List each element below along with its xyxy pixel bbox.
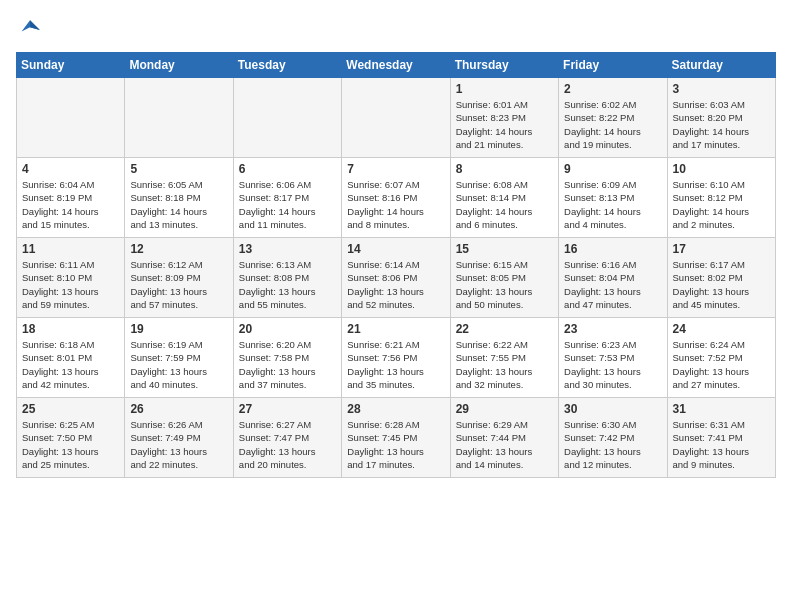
- calendar-cell: 20Sunrise: 6:20 AM Sunset: 7:58 PM Dayli…: [233, 318, 341, 398]
- day-info: Sunrise: 6:18 AM Sunset: 8:01 PM Dayligh…: [22, 338, 119, 391]
- day-number: 11: [22, 242, 119, 256]
- logo: [16, 16, 48, 44]
- day-info: Sunrise: 6:02 AM Sunset: 8:22 PM Dayligh…: [564, 98, 661, 151]
- calendar-cell: 27Sunrise: 6:27 AM Sunset: 7:47 PM Dayli…: [233, 398, 341, 478]
- day-info: Sunrise: 6:01 AM Sunset: 8:23 PM Dayligh…: [456, 98, 553, 151]
- calendar-cell: 18Sunrise: 6:18 AM Sunset: 8:01 PM Dayli…: [17, 318, 125, 398]
- calendar-week-row: 25Sunrise: 6:25 AM Sunset: 7:50 PM Dayli…: [17, 398, 776, 478]
- day-number: 9: [564, 162, 661, 176]
- calendar-cell: 30Sunrise: 6:30 AM Sunset: 7:42 PM Dayli…: [559, 398, 667, 478]
- calendar-cell: 3Sunrise: 6:03 AM Sunset: 8:20 PM Daylig…: [667, 78, 775, 158]
- calendar-cell: [125, 78, 233, 158]
- calendar-cell: 26Sunrise: 6:26 AM Sunset: 7:49 PM Dayli…: [125, 398, 233, 478]
- day-number: 27: [239, 402, 336, 416]
- day-info: Sunrise: 6:26 AM Sunset: 7:49 PM Dayligh…: [130, 418, 227, 471]
- calendar-cell: 28Sunrise: 6:28 AM Sunset: 7:45 PM Dayli…: [342, 398, 450, 478]
- day-number: 25: [22, 402, 119, 416]
- day-header-monday: Monday: [125, 53, 233, 78]
- day-number: 19: [130, 322, 227, 336]
- day-number: 18: [22, 322, 119, 336]
- day-info: Sunrise: 6:28 AM Sunset: 7:45 PM Dayligh…: [347, 418, 444, 471]
- day-info: Sunrise: 6:29 AM Sunset: 7:44 PM Dayligh…: [456, 418, 553, 471]
- calendar-cell: 8Sunrise: 6:08 AM Sunset: 8:14 PM Daylig…: [450, 158, 558, 238]
- day-info: Sunrise: 6:13 AM Sunset: 8:08 PM Dayligh…: [239, 258, 336, 311]
- calendar-cell: 4Sunrise: 6:04 AM Sunset: 8:19 PM Daylig…: [17, 158, 125, 238]
- svg-marker-1: [30, 20, 40, 30]
- calendar-cell: [342, 78, 450, 158]
- calendar-cell: 12Sunrise: 6:12 AM Sunset: 8:09 PM Dayli…: [125, 238, 233, 318]
- day-number: 5: [130, 162, 227, 176]
- day-info: Sunrise: 6:23 AM Sunset: 7:53 PM Dayligh…: [564, 338, 661, 391]
- day-info: Sunrise: 6:12 AM Sunset: 8:09 PM Dayligh…: [130, 258, 227, 311]
- day-number: 31: [673, 402, 770, 416]
- calendar-cell: 24Sunrise: 6:24 AM Sunset: 7:52 PM Dayli…: [667, 318, 775, 398]
- day-info: Sunrise: 6:19 AM Sunset: 7:59 PM Dayligh…: [130, 338, 227, 391]
- calendar-cell: 11Sunrise: 6:11 AM Sunset: 8:10 PM Dayli…: [17, 238, 125, 318]
- day-info: Sunrise: 6:04 AM Sunset: 8:19 PM Dayligh…: [22, 178, 119, 231]
- day-info: Sunrise: 6:14 AM Sunset: 8:06 PM Dayligh…: [347, 258, 444, 311]
- day-number: 3: [673, 82, 770, 96]
- day-info: Sunrise: 6:21 AM Sunset: 7:56 PM Dayligh…: [347, 338, 444, 391]
- day-info: Sunrise: 6:16 AM Sunset: 8:04 PM Dayligh…: [564, 258, 661, 311]
- day-number: 29: [456, 402, 553, 416]
- calendar-cell: 29Sunrise: 6:29 AM Sunset: 7:44 PM Dayli…: [450, 398, 558, 478]
- calendar-cell: 25Sunrise: 6:25 AM Sunset: 7:50 PM Dayli…: [17, 398, 125, 478]
- calendar-header-row: SundayMondayTuesdayWednesdayThursdayFrid…: [17, 53, 776, 78]
- calendar-cell: 16Sunrise: 6:16 AM Sunset: 8:04 PM Dayli…: [559, 238, 667, 318]
- day-info: Sunrise: 6:20 AM Sunset: 7:58 PM Dayligh…: [239, 338, 336, 391]
- calendar-cell: 15Sunrise: 6:15 AM Sunset: 8:05 PM Dayli…: [450, 238, 558, 318]
- day-info: Sunrise: 6:22 AM Sunset: 7:55 PM Dayligh…: [456, 338, 553, 391]
- calendar-cell: 2Sunrise: 6:02 AM Sunset: 8:22 PM Daylig…: [559, 78, 667, 158]
- day-header-thursday: Thursday: [450, 53, 558, 78]
- day-number: 17: [673, 242, 770, 256]
- calendar-cell: 23Sunrise: 6:23 AM Sunset: 7:53 PM Dayli…: [559, 318, 667, 398]
- calendar-cell: 10Sunrise: 6:10 AM Sunset: 8:12 PM Dayli…: [667, 158, 775, 238]
- day-header-friday: Friday: [559, 53, 667, 78]
- day-header-wednesday: Wednesday: [342, 53, 450, 78]
- calendar-cell: 14Sunrise: 6:14 AM Sunset: 8:06 PM Dayli…: [342, 238, 450, 318]
- day-number: 30: [564, 402, 661, 416]
- calendar-cell: 13Sunrise: 6:13 AM Sunset: 8:08 PM Dayli…: [233, 238, 341, 318]
- calendar-cell: 5Sunrise: 6:05 AM Sunset: 8:18 PM Daylig…: [125, 158, 233, 238]
- day-number: 21: [347, 322, 444, 336]
- page-header: [16, 16, 776, 44]
- calendar-cell: 22Sunrise: 6:22 AM Sunset: 7:55 PM Dayli…: [450, 318, 558, 398]
- calendar-cell: [17, 78, 125, 158]
- day-number: 22: [456, 322, 553, 336]
- day-info: Sunrise: 6:17 AM Sunset: 8:02 PM Dayligh…: [673, 258, 770, 311]
- calendar-cell: 31Sunrise: 6:31 AM Sunset: 7:41 PM Dayli…: [667, 398, 775, 478]
- day-number: 6: [239, 162, 336, 176]
- day-number: 26: [130, 402, 227, 416]
- day-info: Sunrise: 6:03 AM Sunset: 8:20 PM Dayligh…: [673, 98, 770, 151]
- day-info: Sunrise: 6:07 AM Sunset: 8:16 PM Dayligh…: [347, 178, 444, 231]
- day-number: 8: [456, 162, 553, 176]
- day-header-sunday: Sunday: [17, 53, 125, 78]
- calendar-week-row: 11Sunrise: 6:11 AM Sunset: 8:10 PM Dayli…: [17, 238, 776, 318]
- calendar-week-row: 4Sunrise: 6:04 AM Sunset: 8:19 PM Daylig…: [17, 158, 776, 238]
- calendar-cell: [233, 78, 341, 158]
- day-info: Sunrise: 6:05 AM Sunset: 8:18 PM Dayligh…: [130, 178, 227, 231]
- day-info: Sunrise: 6:11 AM Sunset: 8:10 PM Dayligh…: [22, 258, 119, 311]
- calendar-cell: 7Sunrise: 6:07 AM Sunset: 8:16 PM Daylig…: [342, 158, 450, 238]
- day-number: 2: [564, 82, 661, 96]
- day-number: 16: [564, 242, 661, 256]
- day-number: 10: [673, 162, 770, 176]
- day-info: Sunrise: 6:24 AM Sunset: 7:52 PM Dayligh…: [673, 338, 770, 391]
- day-info: Sunrise: 6:09 AM Sunset: 8:13 PM Dayligh…: [564, 178, 661, 231]
- day-info: Sunrise: 6:10 AM Sunset: 8:12 PM Dayligh…: [673, 178, 770, 231]
- calendar-cell: 21Sunrise: 6:21 AM Sunset: 7:56 PM Dayli…: [342, 318, 450, 398]
- day-info: Sunrise: 6:06 AM Sunset: 8:17 PM Dayligh…: [239, 178, 336, 231]
- calendar-table: SundayMondayTuesdayWednesdayThursdayFrid…: [16, 52, 776, 478]
- calendar-week-row: 1Sunrise: 6:01 AM Sunset: 8:23 PM Daylig…: [17, 78, 776, 158]
- calendar-cell: 19Sunrise: 6:19 AM Sunset: 7:59 PM Dayli…: [125, 318, 233, 398]
- calendar-cell: 6Sunrise: 6:06 AM Sunset: 8:17 PM Daylig…: [233, 158, 341, 238]
- day-number: 28: [347, 402, 444, 416]
- day-number: 7: [347, 162, 444, 176]
- day-info: Sunrise: 6:31 AM Sunset: 7:41 PM Dayligh…: [673, 418, 770, 471]
- day-number: 24: [673, 322, 770, 336]
- calendar-cell: 9Sunrise: 6:09 AM Sunset: 8:13 PM Daylig…: [559, 158, 667, 238]
- day-header-saturday: Saturday: [667, 53, 775, 78]
- day-number: 20: [239, 322, 336, 336]
- day-number: 12: [130, 242, 227, 256]
- calendar-cell: 17Sunrise: 6:17 AM Sunset: 8:02 PM Dayli…: [667, 238, 775, 318]
